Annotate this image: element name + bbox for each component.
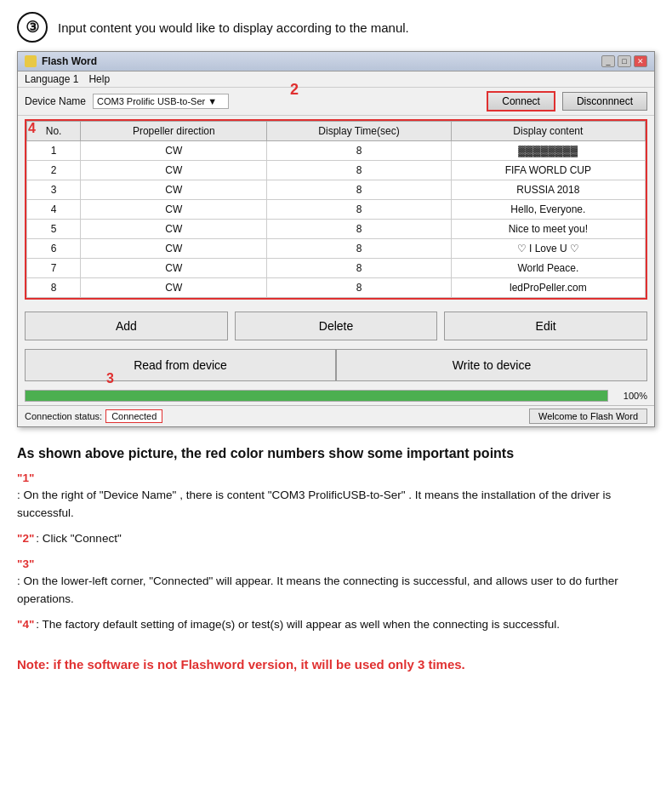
col-no: No. — [27, 122, 81, 141]
item-text: : The factory default setting of image(s… — [36, 616, 560, 633]
table-row[interactable]: 8 CW 8 ledProPeller.com — [27, 278, 646, 298]
menubar: Language 1 Help — [18, 71, 654, 88]
step-instruction: Input content you would like to display … — [58, 20, 409, 35]
col-propeller: Propeller direction — [81, 122, 267, 141]
cell-no: 1 — [27, 141, 81, 161]
progress-bar — [25, 390, 608, 402]
toolbar-wrapper: 2 Device Name COM3 Prolific USB-to-Ser ▼… — [18, 88, 654, 116]
table-row[interactable]: 6 CW 8 ♡ I Love U ♡ — [27, 239, 646, 259]
welcome-button[interactable]: Welcome to Flash Word — [529, 409, 647, 424]
cell-content: ledProPeller.com — [451, 278, 645, 298]
cell-no: 5 — [27, 220, 81, 239]
item-number: "1" — [17, 470, 34, 487]
note-text: Note: if the software is not Flashword v… — [17, 655, 655, 675]
delete-button[interactable]: Delete — [235, 312, 438, 340]
item-number: "4" — [17, 616, 34, 633]
list-item: "3": On the lower-left corner, "Connecte… — [17, 556, 655, 608]
cell-no: 3 — [27, 180, 81, 200]
step-number: ③ — [17, 12, 48, 43]
content-table: No. Propeller direction Display Time(sec… — [26, 121, 646, 298]
cell-dir: CW — [81, 259, 267, 278]
write-to-device-button[interactable]: Write to device — [336, 349, 647, 381]
cell-time: 8 — [267, 180, 451, 200]
description-area: As shown above picture, the red color nu… — [0, 441, 672, 649]
read-from-device-button[interactable]: Read from device — [25, 349, 336, 381]
description-title: As shown above picture, the red color nu… — [17, 446, 655, 461]
cell-dir: CW — [81, 278, 267, 298]
connected-badge: Connected — [105, 409, 162, 423]
connect-button[interactable]: Connect — [487, 91, 555, 111]
table-container: No. Propeller direction Display Time(sec… — [25, 119, 647, 300]
progress-label: 100% — [613, 391, 647, 401]
description-list: "1": On the right of "Device Name" , the… — [17, 470, 655, 633]
cell-time: 8 — [267, 141, 451, 161]
cell-content: World Peace. — [451, 259, 645, 278]
col-time: Display Time(sec) — [267, 122, 451, 141]
title-left: Flash Word — [25, 55, 97, 67]
menu-language[interactable]: Language 1 — [25, 73, 78, 85]
add-button[interactable]: Add — [25, 312, 228, 340]
cell-content: ♡ I Love U ♡ — [451, 239, 645, 259]
cell-no: 6 — [27, 239, 81, 259]
table-row[interactable]: 5 CW 8 Nice to meet you! — [27, 220, 646, 239]
cell-content: FIFA WORLD CUP — [451, 161, 645, 180]
step-header: ③ Input content you would like to displa… — [0, 0, 672, 51]
cell-content: Hello, Everyone. — [451, 200, 645, 220]
cell-time: 8 — [267, 200, 451, 220]
item-text: : On the lower-left corner, "Connected" … — [17, 573, 655, 608]
table-wrapper: 4 No. Propeller direction Display Time(s… — [18, 119, 654, 300]
cell-time: 8 — [267, 161, 451, 180]
progress-wrapper: 100% 3 — [18, 386, 654, 405]
table-row[interactable]: 4 CW 8 Hello, Everyone. — [27, 200, 646, 220]
menu-help[interactable]: Help — [88, 73, 110, 85]
status-left: Connection status: Connected — [25, 409, 162, 423]
progress-fill — [26, 391, 607, 401]
table-row[interactable]: 1 CW 8 ▓▓▓▓▓▓▓▓ — [27, 141, 646, 161]
disconnect-button[interactable]: Disconnnect — [562, 92, 647, 111]
item-number: "2" — [17, 530, 34, 547]
table-row[interactable]: 3 CW 8 RUSSIA 2018 — [27, 180, 646, 200]
item-text: : On the right of "Device Name" , there … — [17, 487, 655, 522]
cell-content: Nice to meet you! — [451, 220, 645, 239]
device-select[interactable]: COM3 Prolific USB-to-Ser ▼ — [93, 94, 229, 109]
flash-word-window: Flash Word _ □ ✕ Language 1 Help 2 Devic… — [17, 51, 655, 427]
progress-area: 100% — [18, 386, 654, 405]
item-text: : Click "Connect" — [36, 530, 121, 547]
list-item: "4": The factory default setting of imag… — [17, 616, 655, 633]
titlebar: Flash Word _ □ ✕ — [18, 52, 654, 71]
cell-no: 8 — [27, 278, 81, 298]
cell-no: 4 — [27, 200, 81, 220]
cell-content: ▓▓▓▓▓▓▓▓ — [451, 141, 645, 161]
close-button[interactable]: ✕ — [634, 55, 647, 67]
edit-button[interactable]: Edit — [444, 312, 647, 340]
table-row[interactable]: 7 CW 8 World Peace. — [27, 259, 646, 278]
list-item: "2": Click "Connect" — [17, 530, 655, 547]
cell-dir: CW — [81, 141, 267, 161]
cell-time: 8 — [267, 239, 451, 259]
minimize-button[interactable]: _ — [601, 55, 615, 67]
connection-status-label: Connection status: — [25, 411, 102, 421]
label-3: 3 — [106, 371, 114, 386]
cell-dir: CW — [81, 161, 267, 180]
status-bar: Connection status: Connected Welcome to … — [18, 405, 654, 426]
cell-dir: CW — [81, 180, 267, 200]
cell-time: 8 — [267, 278, 451, 298]
app-icon — [25, 55, 37, 67]
device-name-label: Device Name — [25, 95, 86, 107]
cell-content: RUSSIA 2018 — [451, 180, 645, 200]
cell-dir: CW — [81, 200, 267, 220]
table-row[interactable]: 2 CW 8 FIFA WORLD CUP — [27, 161, 646, 180]
cell-dir: CW — [81, 239, 267, 259]
cell-time: 8 — [267, 220, 451, 239]
list-item: "1": On the right of "Device Name" , the… — [17, 470, 655, 522]
col-content: Display content — [451, 122, 645, 141]
action-buttons: Add Delete Edit — [18, 303, 654, 346]
window-controls: _ □ ✕ — [601, 55, 647, 67]
window-title: Flash Word — [42, 55, 97, 67]
cell-no: 7 — [27, 259, 81, 278]
cell-time: 8 — [267, 259, 451, 278]
item-number: "3" — [17, 556, 34, 573]
cell-no: 2 — [27, 161, 81, 180]
toolbar: Device Name COM3 Prolific USB-to-Ser ▼ C… — [18, 88, 654, 116]
maximize-button[interactable]: □ — [618, 55, 631, 67]
